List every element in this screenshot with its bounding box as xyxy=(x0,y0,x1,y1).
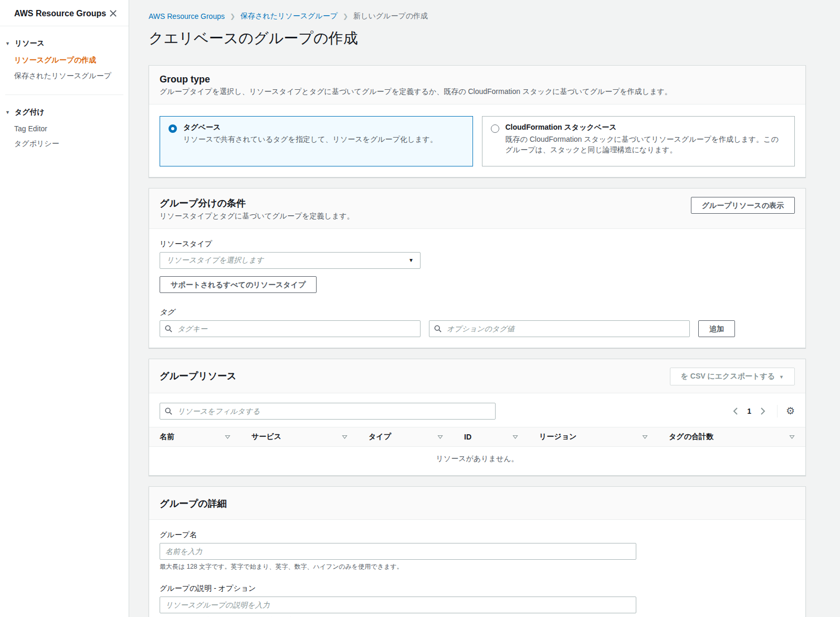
group-resources-card: グループリソース を CSV にエクスポートする▼ 1 xyxy=(149,359,806,476)
next-page-icon[interactable] xyxy=(758,405,769,417)
sort-icon xyxy=(512,434,518,440)
sidebar-section-resources-toggle[interactable]: ▼ リソース xyxy=(0,37,129,50)
group-description-label: グループの説明 - オプション xyxy=(160,584,795,593)
column-header-type[interactable]: タイプ xyxy=(358,427,454,446)
sidebar-item-tag-editor[interactable]: Tag Editor xyxy=(14,121,129,136)
sidebar-section-label: リソース xyxy=(15,39,45,48)
column-header-service[interactable]: サービス xyxy=(241,427,358,446)
group-type-option-tag-based[interactable]: タグベース リソースで共有されているタグを指定して、リソースをグループ化します。 xyxy=(160,116,473,166)
tag-value-input[interactable] xyxy=(429,320,690,337)
group-name-hint: 最大長は 128 文字です。英字で始まり、英字、数字、ハイフンのみを使用できます… xyxy=(160,562,795,571)
tile-label: タグベース xyxy=(183,123,437,132)
group-type-title: Group type xyxy=(160,74,672,85)
group-details-header: グループの詳細 xyxy=(149,487,805,520)
sort-icon xyxy=(342,434,348,440)
search-icon xyxy=(434,325,442,334)
group-details-title: グループの詳細 xyxy=(160,497,227,510)
radio-unselected-icon[interactable] xyxy=(491,124,499,133)
close-icon[interactable] xyxy=(108,8,118,18)
breadcrumb-link-saved-resource-groups[interactable]: 保存されたリソースグループ xyxy=(240,12,338,21)
group-type-description: グループタイプを選択し、リソースタイプとタグに基づいてグループを定義するか、既存… xyxy=(160,87,672,97)
breadcrumb-link-aws-resource-groups[interactable]: AWS Resource Groups xyxy=(149,12,225,20)
group-type-header: Group type グループタイプを選択し、リソースタイプとタグに基づいてグル… xyxy=(149,66,805,104)
pagination: 1 ⚙ xyxy=(730,405,795,417)
column-header-id[interactable]: ID xyxy=(454,427,529,446)
view-group-resources-button[interactable]: グループリソースの表示 xyxy=(691,197,795,214)
page-number[interactable]: 1 xyxy=(744,407,754,415)
sort-icon xyxy=(789,434,795,440)
group-resources-title: グループリソース xyxy=(160,370,237,382)
breadcrumb-separator-icon: ❯ xyxy=(230,13,235,20)
sidebar-section-tagging: ▼ タグ付け Tag Editor タグポリシー xyxy=(0,95,129,156)
sidebar-item-create-resource-group[interactable]: リソースグループの作成 xyxy=(14,53,129,68)
all-supported-resource-types-button[interactable]: サポートされるすべてのリソースタイプ xyxy=(160,276,317,293)
sidebar-section-resources: ▼ リソース リソースグループの作成 保存されたリソースグループ xyxy=(0,26,129,88)
group-name-input[interactable] xyxy=(160,543,636,560)
grouping-criteria-title: グループ分けの条件 xyxy=(160,197,354,210)
sort-icon xyxy=(437,434,443,440)
search-icon xyxy=(165,407,172,416)
add-tag-button[interactable]: 追加 xyxy=(698,320,735,337)
resource-type-placeholder: リソースタイプを選択します xyxy=(166,256,264,265)
tile-description: 既存の CloudFormation スタックに基づいてリソースグループを作成し… xyxy=(506,134,786,155)
tile-label: CloudFormation スタックベース xyxy=(506,123,786,132)
column-header-region[interactable]: リージョン xyxy=(529,427,658,446)
sidebar-nav: ▼ リソース リソースグループの作成 保存されたリソースグループ ▼ タグ付け … xyxy=(0,26,129,156)
breadcrumb: AWS Resource Groups ❯ 保存されたリソースグループ ❯ 新し… xyxy=(149,0,806,21)
resource-filter-input[interactable] xyxy=(160,403,496,420)
page-title: クエリベースのグループの作成 xyxy=(149,28,806,48)
sidebar-section-label: タグ付け xyxy=(15,108,45,117)
group-type-option-cloudformation[interactable]: CloudFormation スタックベース 既存の CloudFormatio… xyxy=(482,116,795,166)
radio-selected-icon[interactable] xyxy=(169,124,177,133)
group-name-label: グループ名 xyxy=(160,530,795,540)
sidebar: AWS Resource Groups ▼ リソース リソースグループの作成 保… xyxy=(0,0,129,617)
empty-message: リソースがありません。 xyxy=(149,446,805,475)
grouping-criteria-card: グループ分けの条件 リソースタイプとタグに基づいてグループを定義します。 グルー… xyxy=(149,188,806,348)
group-description-input[interactable] xyxy=(160,597,636,613)
group-type-card: Group type グループタイプを選択し、リソースタイプとタグに基づいてグル… xyxy=(149,65,806,177)
search-icon xyxy=(165,325,172,334)
sidebar-header: AWS Resource Groups xyxy=(0,0,129,26)
sidebar-title: AWS Resource Groups xyxy=(14,9,106,18)
previous-page-icon[interactable] xyxy=(730,405,741,417)
group-resources-header: グループリソース を CSV にエクスポートする▼ xyxy=(149,359,805,393)
resource-type-select[interactable]: リソースタイプを選択します ▼ xyxy=(160,252,421,269)
sidebar-section-tagging-toggle[interactable]: ▼ タグ付け xyxy=(0,106,129,119)
group-details-card: グループの詳細 グループ名 最大長は 128 文字です。英字で始まり、英字、数字… xyxy=(149,486,806,617)
sort-icon xyxy=(225,434,230,440)
sidebar-item-tag-policies[interactable]: タグポリシー xyxy=(14,136,129,152)
sort-icon xyxy=(642,434,648,440)
tag-label: タグ xyxy=(160,308,795,317)
chevron-down-icon: ▼ xyxy=(408,257,414,263)
tag-key-input[interactable] xyxy=(160,320,421,337)
column-header-tag-count[interactable]: タグの合計数 xyxy=(658,427,805,446)
chevron-down-icon: ▼ xyxy=(5,41,10,46)
grouping-criteria-description: リソースタイプとタグに基づいてグループを定義します。 xyxy=(160,212,354,221)
export-csv-button[interactable]: を CSV にエクスポートする▼ xyxy=(670,368,795,385)
chevron-down-icon: ▼ xyxy=(779,374,784,380)
settings-gear-icon[interactable]: ⚙ xyxy=(786,406,795,416)
divider xyxy=(777,405,778,417)
tile-description: リソースで共有されているタグを指定して、リソースをグループ化します。 xyxy=(183,134,437,144)
sidebar-item-saved-resource-groups[interactable]: 保存されたリソースグループ xyxy=(14,68,129,84)
chevron-down-icon: ▼ xyxy=(5,110,10,115)
grouping-criteria-header: グループ分けの条件 リソースタイプとタグに基づいてグループを定義します。 グルー… xyxy=(149,189,805,229)
resource-type-label: リソースタイプ xyxy=(160,239,795,249)
column-header-name[interactable]: 名前 xyxy=(149,427,241,446)
table-empty-row: リソースがありません。 xyxy=(149,446,805,475)
resources-table: 名前 サービス タイプ ID リージョン タグの合計数 リソースがありません。 xyxy=(149,427,805,475)
main-content: AWS Resource Groups ❯ 保存されたリソースグループ ❯ 新し… xyxy=(129,0,840,617)
breadcrumb-separator-icon: ❯ xyxy=(343,13,348,20)
breadcrumb-current: 新しいグループの作成 xyxy=(353,12,428,21)
